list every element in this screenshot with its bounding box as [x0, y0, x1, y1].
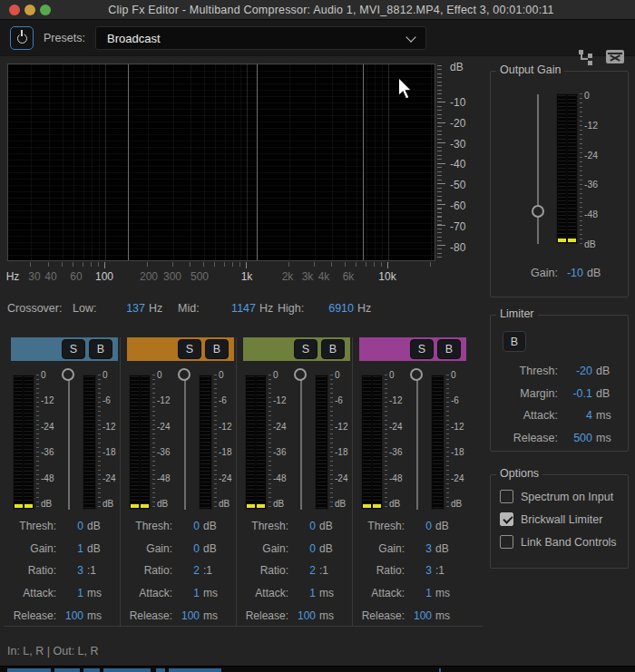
band-3-color-bar[interactable]: S B: [243, 337, 350, 361]
band-2-gain-slider[interactable]: [184, 372, 186, 510]
band-2-gain-knob[interactable]: [178, 368, 190, 381]
axis-tick: [430, 262, 431, 267]
crossover-line[interactable]: [257, 64, 258, 260]
spectrum-plot[interactable]: [7, 63, 435, 261]
checkbox-checked-icon[interactable]: [500, 512, 513, 526]
band-2-attack-value[interactable]: 1: [172, 587, 200, 599]
band-4-bypass-button[interactable]: B: [437, 339, 461, 359]
band-2-ratio-value[interactable]: 2: [172, 564, 200, 577]
crossover-line[interactable]: [363, 64, 364, 260]
band-3-gain-slider[interactable]: [300, 372, 302, 510]
limiter-attack-value[interactable]: 4: [558, 409, 592, 422]
limiter-bypass-button[interactable]: B: [503, 331, 526, 352]
output-gain-slider[interactable]: [537, 94, 539, 244]
band-4-thresh-value[interactable]: 0: [405, 520, 432, 532]
grid-line: [375, 64, 376, 260]
band-2-gain-value[interactable]: 0: [172, 542, 200, 555]
band-3-reduction-meter: [315, 375, 328, 510]
frequency-axis-labels: Hz3040601002003005001k2k3k4k6k10k: [7, 270, 461, 284]
crossover-line[interactable]: [128, 64, 129, 260]
band-1-solo-button[interactable]: S: [62, 339, 85, 359]
band-1-thresh-value[interactable]: 0: [56, 520, 83, 532]
spectrum-grid: [8, 64, 435, 260]
crossover-mid-value[interactable]: 1147: [212, 302, 256, 315]
clear-envelope-button[interactable]: [606, 50, 624, 63]
grid-line: [173, 64, 174, 260]
band-2-release-value[interactable]: 100: [172, 609, 200, 622]
band-3-solo-button[interactable]: S: [294, 339, 318, 359]
band-3-thresh-value[interactable]: 0: [288, 520, 316, 532]
band-1-attack-value[interactable]: 1: [56, 587, 83, 599]
band-3-gain-value[interactable]: 0: [288, 542, 316, 555]
band-3-input-scale: 0-12-24-36-48dB: [273, 370, 286, 510]
band-1-gain-slider[interactable]: [68, 372, 70, 510]
timeline-clip-sliver: [103, 668, 151, 672]
band-1-ratio-value[interactable]: 3: [56, 564, 83, 577]
axis-tick: [98, 262, 99, 267]
band-4-attack-value[interactable]: 1: [405, 587, 432, 599]
limiter-parameters: Thresh:-20dB Margin:-0.1dB Attack:4ms Re…: [491, 360, 627, 449]
crossover-mid-unit: Hz: [259, 302, 273, 315]
band-3-attack-value[interactable]: 1: [288, 587, 316, 599]
band-3-ratio-value[interactable]: 2: [288, 564, 316, 577]
crossover-low-value[interactable]: 137: [109, 302, 145, 315]
timeline-clip-sliver: [7, 668, 51, 672]
preset-value: Broadcast: [107, 32, 161, 45]
band-2-bypass-button[interactable]: B: [205, 339, 229, 359]
axis-tick: [190, 262, 190, 267]
zoom-window-button[interactable]: [40, 5, 51, 15]
band-1-gain-knob[interactable]: [62, 368, 74, 381]
axis-tick: [356, 262, 357, 267]
frequency-label: 4k: [318, 270, 330, 283]
band-1-reduction-scale: 0-6-12-18-24dB: [103, 370, 115, 510]
option-spectrum-on-input[interactable]: Spectrum on Input: [500, 489, 613, 504]
limiter-thresh-value[interactable]: -20: [558, 365, 592, 377]
band-1-bypass-button[interactable]: B: [89, 339, 112, 359]
axis-tick: [83, 262, 83, 267]
band-3-release-value[interactable]: 100: [288, 609, 316, 622]
timeline-clip-sliver: [439, 668, 441, 672]
band-4-reduction-meter: [431, 375, 444, 510]
minimize-window-button[interactable]: [24, 5, 35, 15]
band-1-gain-value[interactable]: 1: [56, 542, 83, 555]
band-1-release-value[interactable]: 100: [56, 609, 83, 622]
limiter-release-value[interactable]: 500: [558, 432, 592, 444]
band-4-ratio-value[interactable]: 3: [405, 564, 432, 577]
axis-tick: [73, 262, 73, 267]
grid-line: [148, 64, 149, 260]
routing-button[interactable]: [578, 49, 596, 65]
band-2-color-bar[interactable]: S B: [127, 337, 234, 361]
band-3-gain-knob[interactable]: [294, 368, 307, 381]
band-4-reduction-scale: 0-6-12-18-24dB: [451, 370, 464, 510]
effect-power-button[interactable]: [10, 26, 34, 50]
grid-line: [382, 64, 383, 260]
grid-line: [289, 64, 290, 260]
output-gain-knob[interactable]: [532, 205, 544, 218]
band-1-color-bar[interactable]: S B: [11, 337, 118, 361]
band-divider: [352, 337, 353, 626]
presets-dropdown[interactable]: Broadcast: [95, 26, 426, 50]
band-2-thresh-value[interactable]: 0: [172, 520, 200, 532]
checkbox-icon[interactable]: [500, 535, 513, 549]
band-4-gain-slider[interactable]: [416, 372, 418, 510]
crossover-mid-label: Mid:: [178, 302, 200, 315]
band-4-solo-button[interactable]: S: [410, 339, 434, 359]
crossover-high-unit: Hz: [357, 302, 371, 315]
option-brickwall-limiter[interactable]: Brickwall Limiter: [500, 511, 602, 527]
frequency-axis-ticks: [7, 262, 435, 269]
band-4-color-bar[interactable]: S B: [359, 337, 466, 361]
grid-line: [31, 64, 32, 260]
option-link-band-controls[interactable]: Link Band Controls: [500, 534, 617, 550]
close-window-button[interactable]: [9, 5, 20, 15]
band-4-gain-knob[interactable]: [410, 368, 423, 381]
band-2-solo-button[interactable]: S: [178, 339, 201, 359]
band-3-bypass-button[interactable]: B: [321, 339, 345, 359]
db-label: dB: [450, 62, 464, 73]
crossover-high-value[interactable]: 6910: [313, 302, 354, 315]
band-4-release-value[interactable]: 100: [405, 609, 432, 622]
limiter-margin-value[interactable]: -0.1: [558, 387, 592, 400]
band-4-gain-value[interactable]: 3: [405, 542, 432, 555]
output-gain-value[interactable]: -10: [558, 267, 583, 279]
checkbox-icon[interactable]: [500, 490, 513, 503]
axis-tick: [239, 262, 240, 267]
